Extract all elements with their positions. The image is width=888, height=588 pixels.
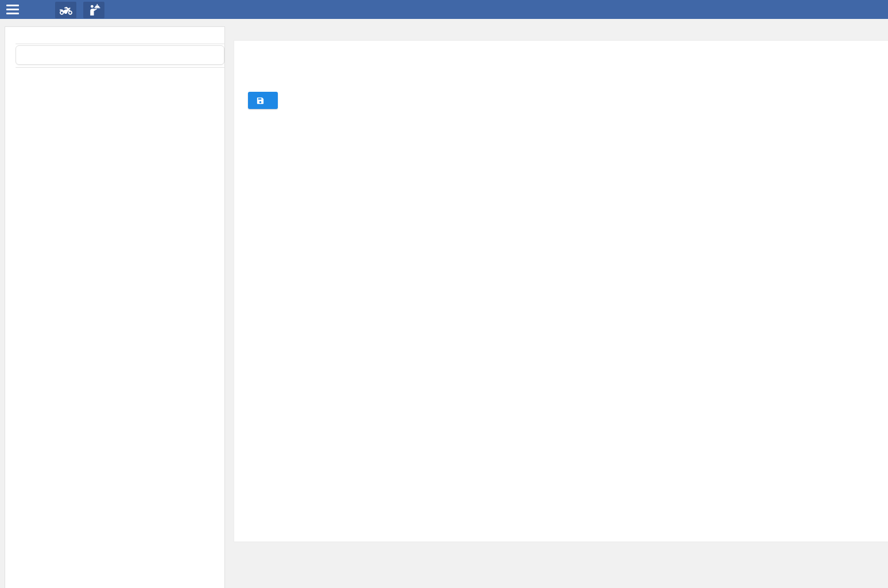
settings-panel [234, 40, 888, 542]
sidebar-group-bottom [15, 67, 224, 68]
hamburger-menu-icon[interactable] [6, 5, 19, 14]
delivery-scooter-icon [60, 5, 72, 15]
sidebar-group-top [15, 44, 224, 44]
topbar [0, 0, 888, 19]
waiter-icon [88, 4, 100, 15]
save-icon [256, 96, 265, 105]
delivery-button[interactable] [55, 2, 76, 18]
waiter-button[interactable] [83, 2, 104, 18]
save-button[interactable] [248, 92, 278, 109]
settings-sidebar [5, 26, 225, 588]
